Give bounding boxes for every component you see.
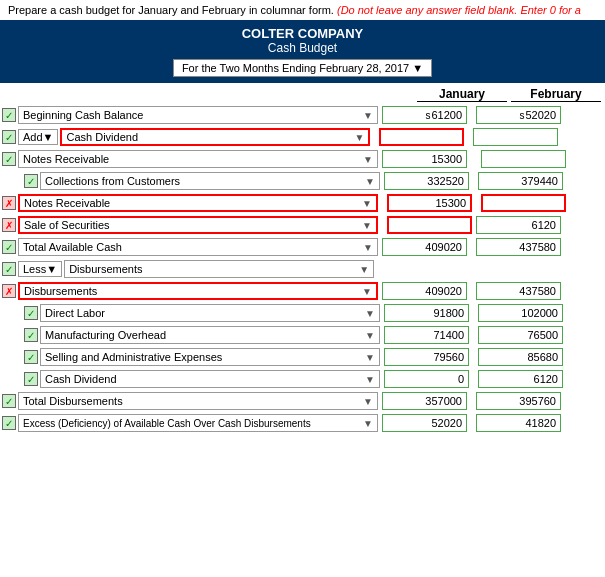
jan-value-disbursements: 409020: [382, 282, 467, 300]
dropdown-collections[interactable]: Collections from Customers ▼: [40, 172, 380, 190]
instruction-text: Prepare a cash budget for January and Fe…: [8, 4, 334, 16]
row-cash-dividend-2: ✓ Cash Dividend ▼ 0 6120: [0, 368, 605, 390]
dropdown-sale-securities[interactable]: Sale of Securities ▼: [18, 216, 378, 234]
budget-title: Cash Budget: [4, 41, 601, 55]
dropdown-notes-receivable-1[interactable]: Notes Receivable ▼: [18, 150, 378, 168]
feb-input-notes-1[interactable]: [481, 150, 566, 168]
checkbox-beginning-cash[interactable]: ✓: [2, 108, 16, 122]
feb-value-mfg-overhead: 76500: [478, 326, 563, 344]
add-arrow-icon: ▼: [43, 131, 54, 143]
checkbox-notes-receivable-2[interactable]: ✗: [2, 196, 16, 210]
dropdown-cash-dividend-2[interactable]: Cash Dividend ▼: [40, 370, 380, 388]
checkbox-cash-dividend-2[interactable]: ✓: [24, 372, 38, 386]
feb-value-cash-dividend-2: 6120: [478, 370, 563, 388]
dropdown-arrow-icon: ▼: [359, 264, 369, 275]
checkbox-direct-labor[interactable]: ✓: [24, 306, 38, 320]
row-disbursements-red: ✗ Disbursements ▼ 409020 437580: [0, 280, 605, 302]
dropdown-disbursements-red[interactable]: Disbursements ▼: [18, 282, 378, 300]
jan-value-beginning-cash: s61200: [382, 106, 467, 124]
dropdown-notes-receivable-2[interactable]: Notes Receivable ▼: [18, 194, 378, 212]
row-less-disbursements: ✓ Less ▼ Disbursements ▼: [0, 258, 605, 280]
checkbox-sale-securities[interactable]: ✗: [2, 218, 16, 232]
jan-value-notes-1: 15300: [382, 150, 467, 168]
dropdown-arrow-icon: ▼: [363, 154, 373, 165]
checkbox-add-cash-dividend[interactable]: ✓: [2, 130, 16, 144]
jan-value-selling-admin: 79560: [384, 348, 469, 366]
dropdown-beginning-cash[interactable]: Beginning Cash Balance ▼: [18, 106, 378, 124]
checkbox-total-disbursements[interactable]: ✓: [2, 394, 16, 408]
dropdown-arrow-icon: ▼: [362, 198, 372, 209]
dropdown-total-available[interactable]: Total Available Cash ▼: [18, 238, 378, 256]
checkbox-disbursements-red[interactable]: ✗: [2, 284, 16, 298]
dropdown-selling-admin[interactable]: Selling and Administrative Expenses ▼: [40, 348, 380, 366]
dropdown-arrow-icon: ▼: [363, 418, 373, 429]
row-selling-admin: ✓ Selling and Administrative Expenses ▼ …: [0, 346, 605, 368]
dropdown-arrow-icon: ▼: [363, 110, 373, 121]
jan-input-sale-securities[interactable]: [387, 216, 472, 234]
feb-value-total-disbursements: 395760: [476, 392, 561, 410]
jan-value-excess: 52020: [382, 414, 467, 432]
dropdown-cash-dividend[interactable]: Cash Dividend ▼: [60, 128, 370, 146]
feb-header: February: [511, 87, 601, 102]
row-sale-securities: ✗ Sale of Securities ▼ 6120: [0, 214, 605, 236]
dropdown-manufacturing-overhead[interactable]: Manufacturing Overhead ▼: [40, 326, 380, 344]
feb-value-total-available: 437580: [476, 238, 561, 256]
checkbox-collections[interactable]: ✓: [24, 174, 38, 188]
feb-input-notes-2[interactable]: [481, 194, 566, 212]
row-notes-receivable-1: ✓ Notes Receivable ▼ 15300: [0, 148, 605, 170]
small-dropdown-less[interactable]: Less ▼: [18, 261, 62, 277]
dropdown-arrow-icon: ▼: [363, 396, 373, 407]
jan-value-total-available: 409020: [382, 238, 467, 256]
instruction-emphasis: (Do not leave any answer field blank. En…: [337, 4, 581, 16]
dropdown-disbursements-label[interactable]: Disbursements ▼: [64, 260, 374, 278]
dropdown-arrow-icon: ▼: [365, 352, 375, 363]
feb-input-cash-dividend[interactable]: [473, 128, 558, 146]
checkbox-selling-admin[interactable]: ✓: [24, 350, 38, 364]
jan-value-cash-dividend-2: 0: [384, 370, 469, 388]
feb-value-collections: 379440: [478, 172, 563, 190]
jan-input-cash-dividend[interactable]: [379, 128, 464, 146]
header-section: COLTER COMPANY Cash Budget For the Two M…: [0, 20, 605, 83]
feb-value-sale-securities: 6120: [476, 216, 561, 234]
checkbox-excess[interactable]: ✓: [2, 416, 16, 430]
row-notes-receivable-2: ✗ Notes Receivable ▼: [0, 192, 605, 214]
dropdown-arrow-icon: ▼: [365, 374, 375, 385]
period-dropdown[interactable]: For the Two Months Ending February 28, 2…: [173, 59, 432, 77]
small-dropdown-add[interactable]: Add ▼: [18, 129, 58, 145]
jan-value-collections: 332520: [384, 172, 469, 190]
company-name: COLTER COMPANY: [4, 26, 601, 41]
row-collections: ✓ Collections from Customers ▼ 332520 37…: [0, 170, 605, 192]
period-text: For the Two Months Ending February 28, 2…: [182, 62, 409, 74]
column-headers: January February: [0, 83, 605, 104]
instruction-bar: Prepare a cash budget for January and Fe…: [0, 0, 605, 20]
period-arrow-icon: ▼: [412, 62, 423, 74]
less-arrow-icon: ▼: [46, 263, 57, 275]
dropdown-arrow-icon: ▼: [362, 286, 372, 297]
jan-input-notes-2[interactable]: [387, 194, 472, 212]
row-beginning-cash: ✓ Beginning Cash Balance ▼ s61200 s52020: [0, 104, 605, 126]
dropdown-direct-labor[interactable]: Direct Labor ▼: [40, 304, 380, 322]
checkbox-notes-receivable-1[interactable]: ✓: [2, 152, 16, 166]
row-direct-labor: ✓ Direct Labor ▼ 91800 102000: [0, 302, 605, 324]
dropdown-arrow-icon: ▼: [363, 242, 373, 253]
dropdown-arrow-icon: ▼: [355, 132, 365, 143]
feb-value-disbursements: 437580: [476, 282, 561, 300]
feb-value-selling-admin: 85680: [478, 348, 563, 366]
dropdown-arrow-icon: ▼: [362, 220, 372, 231]
row-total-disbursements: ✓ Total Disbursements ▼ 357000 395760: [0, 390, 605, 412]
row-excess-deficiency: ✓ Excess (Deficiency) of Available Cash …: [0, 412, 605, 434]
feb-value-beginning-cash: s52020: [476, 106, 561, 124]
dropdown-arrow-icon: ▼: [365, 308, 375, 319]
jan-value-total-disbursements: 357000: [382, 392, 467, 410]
dropdown-total-disbursements[interactable]: Total Disbursements ▼: [18, 392, 378, 410]
row-add-cash-dividend: ✓ Add ▼ Cash Dividend ▼: [0, 126, 605, 148]
row-total-available: ✓ Total Available Cash ▼ 409020 437580: [0, 236, 605, 258]
row-manufacturing-overhead: ✓ Manufacturing Overhead ▼ 71400 76500: [0, 324, 605, 346]
checkbox-less[interactable]: ✓: [2, 262, 16, 276]
jan-value-direct-labor: 91800: [384, 304, 469, 322]
dropdown-excess[interactable]: Excess (Deficiency) of Available Cash Ov…: [18, 414, 378, 432]
jan-header: January: [417, 87, 507, 102]
checkbox-manufacturing-overhead[interactable]: ✓: [24, 328, 38, 342]
dropdown-arrow-icon: ▼: [365, 330, 375, 341]
checkbox-total-available[interactable]: ✓: [2, 240, 16, 254]
